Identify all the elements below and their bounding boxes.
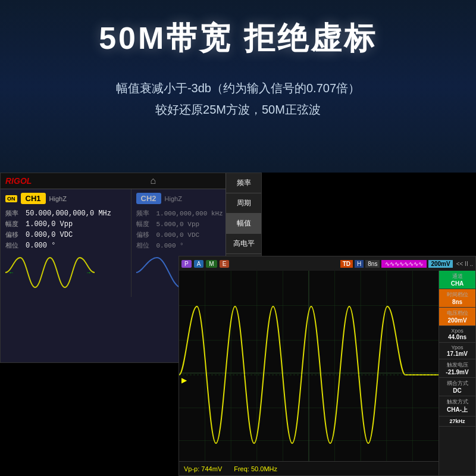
- time-value: 8ns: [365, 260, 380, 268]
- bottom-bar: Vp-p: 744mV Freq: 50.0MHz: [179, 461, 439, 475]
- ch2-phase-label: 相位: [136, 241, 153, 250]
- wave-pattern-badge: ∿∿∿∿∿∿∿∿: [381, 260, 427, 268]
- main-title: 50M带宽 拒绝虚标: [12, 18, 464, 60]
- ch2-offset-value: 0.000,0 VDC: [156, 231, 200, 239]
- h-badge: H: [355, 260, 364, 268]
- freq-value: 50.0MHz: [251, 465, 277, 472]
- p-button[interactable]: P: [181, 260, 192, 268]
- tune-icon: ⌂: [151, 176, 156, 186]
- ch2-highz: HighZ: [165, 195, 182, 202]
- rp-voltage[interactable]: 电压档位 200mV: [439, 308, 475, 326]
- rp-trig-mode-label: 触发方式: [440, 398, 474, 406]
- ch1-offset-label: 偏移: [5, 230, 22, 239]
- vp-value: 744mV: [201, 465, 222, 472]
- rp-coupling-value: DC: [440, 387, 474, 394]
- ch1-amp-label: 幅度: [5, 220, 22, 228]
- ch1-freq-value: 50.000,000,000,0 MHz: [26, 209, 111, 218]
- ch1-amp-value: 1.000,0 Vpp: [26, 220, 73, 228]
- e-button[interactable]: E: [220, 260, 230, 268]
- rp-channel-value: CHA: [440, 280, 474, 287]
- ch1-freq-row: 频率 50.000,000,000,0 MHz: [5, 209, 126, 218]
- rp-channel[interactable]: 通道 CHA: [439, 271, 475, 289]
- scale-badge: 200mV: [428, 260, 452, 268]
- ch1-block: ON CH1 HighZ 频率 50.000,000,000,0 MHz 幅度 …: [1, 189, 131, 297]
- wave-grid: ▶ 通道 CHA 时间档位 8ns 电压档位 200mV Xpos 4: [179, 271, 475, 475]
- rp-channel-label: 通道: [440, 273, 474, 280]
- rp-trig-voltage[interactable]: 触发电压 -21.9mV: [439, 359, 475, 378]
- svg-text:→: →: [86, 269, 92, 275]
- right-panel: 通道 CHA 时间档位 8ns 电压档位 200mV Xpos 44.0ns Y…: [439, 271, 475, 475]
- grid-svg: ▶: [179, 271, 439, 475]
- rp-ypos-label: Ypos: [440, 345, 474, 350]
- sg-menu-amp[interactable]: 幅值: [226, 214, 261, 234]
- extra-nav: << II ..: [456, 261, 473, 267]
- rp-trig-mode[interactable]: 触发方式 CHA-上: [439, 396, 475, 416]
- rp-xpos[interactable]: Xpos 44.0ns: [439, 326, 475, 343]
- m-button[interactable]: M: [206, 260, 217, 268]
- ch2-freq-value: 1.000,000,000 kHz: [156, 210, 223, 217]
- rp-freq-value: 27kHz: [440, 418, 474, 424]
- rp-coupling[interactable]: 耦合方式 DC: [439, 378, 475, 396]
- rp-freq: 27kHz: [439, 416, 475, 427]
- sg-menu-period[interactable]: 周期: [226, 193, 261, 214]
- ch1-offset-row: 偏移 0.000,0 VDC: [5, 230, 126, 239]
- rp-timebase-label: 时间档位: [440, 291, 474, 299]
- top-section: 50M带宽 拒绝虚标 幅值衰减小于-3db（约为输入信号的0.707倍） 较好还…: [0, 0, 476, 173]
- subtitle-line1: 幅值衰减小于-3db（约为输入信号的0.707倍）: [116, 82, 360, 95]
- ch1-phase-value: 0.000 °: [26, 242, 55, 250]
- ch2-offset-label: 偏移: [136, 230, 153, 239]
- sg-menu-highlevel[interactable]: 高电平: [226, 234, 261, 254]
- rp-ypos-value: 17.1mV: [440, 350, 474, 357]
- rp-xpos-value: 44.0ns: [440, 334, 474, 340]
- ch2-amp-label: 幅度: [136, 220, 153, 228]
- rp-voltage-label: 电压档位: [440, 309, 474, 317]
- rp-ypos[interactable]: Ypos 17.1mV: [439, 343, 475, 359]
- svg-text:▶: ▶: [181, 376, 187, 384]
- a-button[interactable]: A: [194, 260, 204, 268]
- ch1-phase-label: 相位: [5, 241, 22, 250]
- ch2-amp-value: 5.000,0 Vpp: [156, 221, 200, 228]
- ch2-phase-value: 0.000 °: [156, 242, 184, 249]
- subtitle: 幅值衰减小于-3db（约为输入信号的0.707倍） 较好还原25M方波，50M正…: [12, 77, 464, 120]
- rp-timebase[interactable]: 时间档位 8ns: [439, 289, 475, 308]
- vp-stat: Vp-p: 744mV: [184, 465, 222, 472]
- subtitle-line2: 较好还原25M方波，50M正弦波: [155, 103, 321, 116]
- ch1-freq-label: 频率: [5, 209, 22, 218]
- rp-timebase-value: 8ns: [440, 299, 474, 305]
- ch1-highz: HighZ: [49, 195, 67, 202]
- ch1-header: ON CH1 HighZ: [5, 193, 126, 204]
- wave-toolbar: P A M E TD H 8ns ∿∿∿∿∿∿∿∿ 200mV << II ..: [179, 256, 475, 271]
- freq-label: Freq:: [234, 465, 249, 472]
- ch1-label: CH1: [21, 193, 46, 204]
- sig-gen-header: RIGOL ⌂ Sine: [1, 173, 261, 189]
- wave-status: TD H 8ns ∿∿∿∿∿∿∿∿ 200mV << II ..: [340, 260, 473, 268]
- rp-trig-v-value: -21.9mV: [440, 369, 474, 375]
- svg-text:←: ←: [8, 269, 14, 275]
- rp-trig-v-label: 触发电压: [440, 361, 474, 369]
- ch1-phase-row: 相位 0.000 °: [5, 241, 126, 250]
- ch2-label: CH2: [136, 193, 161, 204]
- rigol-logo: RIGOL: [5, 176, 32, 186]
- ch1-offset-value: 0.000,0 VDC: [26, 231, 73, 239]
- vp-label: Vp-p:: [184, 465, 199, 472]
- wave-display: P A M E TD H 8ns ∿∿∿∿∿∿∿∿ 200mV << II ..: [178, 256, 476, 476]
- ch1-waveform: ← →: [5, 252, 126, 293]
- freq-stat: Freq: 50.0MHz: [234, 465, 277, 472]
- td-badge: TD: [340, 260, 353, 268]
- rp-trig-mode-value: CHA-上: [440, 406, 474, 414]
- ch2-freq-label: 频率: [136, 209, 153, 218]
- rp-xpos-label: Xpos: [440, 328, 474, 334]
- rp-coupling-label: 耦合方式: [440, 380, 474, 387]
- osc-section: RIGOL ⌂ Sine ON CH1 HighZ 频率 50.000,000,…: [0, 173, 476, 476]
- ch1-amp-row: 幅度 1.000,0 Vpp: [5, 220, 126, 228]
- rp-voltage-value: 200mV: [440, 317, 474, 324]
- sg-menu-freq[interactable]: 频率: [226, 173, 261, 193]
- ch1-on-badge: ON: [5, 195, 17, 202]
